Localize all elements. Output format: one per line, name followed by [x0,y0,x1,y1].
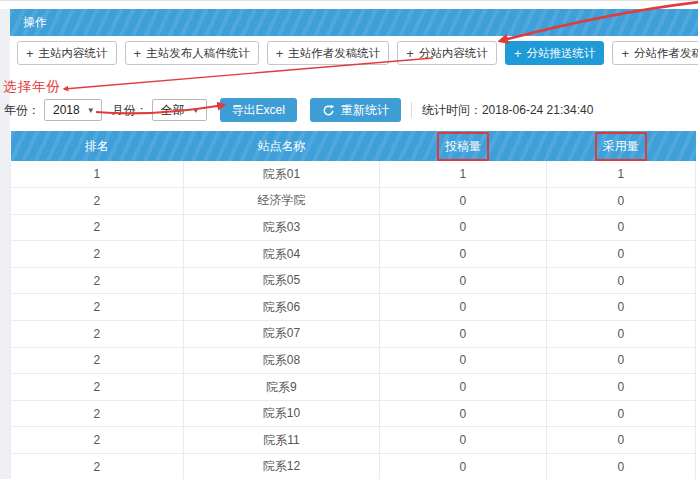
main-site-content-stats-button[interactable]: +主站内容统计 [17,41,117,65]
export-excel-label: 导出Excel [232,102,285,119]
table-body: 1院系01112经济学院002院系03002院系04002院系05002院系06… [11,161,696,479]
stats-button-bar: +主站内容统计+主站发布人稿件统计+主站作者发稿统计+分站内容统计+分站推送统计… [17,41,694,65]
cell-rank: 2 [11,454,184,479]
table-row: 2院系0800 [11,347,696,374]
table-row: 2经济学院00 [11,188,696,215]
month-select[interactable]: 全部 ▼ [152,99,207,121]
sub-site-push-stats-button[interactable]: +分站推送统计 [505,41,605,65]
chevron-down-icon: ▼ [87,106,95,115]
column-header-label: 排名 [85,139,109,153]
cell-rank: 2 [11,294,184,321]
cell-site-name: 院系12 [183,454,380,479]
filter-controls: 年份： 2018 ▼ 月份： 全部 ▼ 导出Excel 重新统计 统计 [4,98,593,122]
cell-rank: 2 [11,267,184,294]
cell-submissions: 0 [380,294,546,321]
cell-submissions: 0 [380,374,546,401]
main-site-publisher-stats-button[interactable]: +主站发布人稿件统计 [125,41,259,65]
cell-site-name: 经济学院 [183,188,380,215]
column-header-label: 投稿量 [437,132,489,161]
main-site-publisher-stats-label: 主站发布人稿件统计 [146,46,250,61]
cell-site-name: 院系05 [183,267,380,294]
cell-rank: 2 [11,321,184,348]
cell-adopted: 0 [546,321,695,348]
stat-time-value: 2018-06-24 21:34:40 [482,103,593,117]
cell-submissions: 0 [380,400,546,427]
cell-rank: 2 [11,214,184,241]
cell-submissions: 0 [380,241,546,268]
cell-site-name: 院系04 [183,241,380,268]
refresh-stats-button[interactable]: 重新统计 [310,98,401,122]
year-select-value: 2018 [53,103,80,117]
panel-header: 操作 [10,9,698,36]
main-site-content-stats-label: 主站内容统计 [39,46,108,61]
column-header-rank: 排名 [11,131,184,161]
main-site-author-stats-label: 主站作者发稿统计 [288,46,380,61]
year-label: 年份： [4,102,40,119]
table-header-row: 排名站点名称投稿量采用量 [11,131,696,161]
cell-rank: 2 [11,188,184,215]
table-row: 2院系900 [11,374,696,401]
table-row: 2院系0700 [11,321,696,348]
export-excel-button[interactable]: 导出Excel [220,98,297,122]
panel-title: 操作 [23,14,47,31]
cell-site-name: 院系07 [183,321,380,348]
plus-icon: + [406,47,414,60]
sub-site-content-stats-button[interactable]: +分站内容统计 [397,41,497,65]
refresh-icon [322,104,335,117]
cell-rank: 2 [11,400,184,427]
cell-submissions: 0 [380,454,546,479]
table-row: 2院系0600 [11,294,696,321]
cell-submissions: 0 [380,188,546,215]
plus-icon: + [514,47,522,60]
cell-adopted: 1 [546,161,695,188]
cell-site-name: 院系11 [183,427,380,454]
cell-submissions: 0 [380,267,546,294]
push-stats-page: 操作 +主站内容统计+主站发布人稿件统计+主站作者发稿统计+分站内容统计+分站推… [0,0,698,479]
plus-icon: + [134,47,142,60]
table-row: 2院系1200 [11,454,696,479]
sub-site-author-stats-label: 分站作者发稿统计 [634,46,698,61]
cell-rank: 2 [11,374,184,401]
cell-site-name: 院系03 [183,214,380,241]
cell-site-name: 院系01 [183,161,380,188]
cell-rank: 2 [11,241,184,268]
column-header-label: 站点名称 [257,139,305,153]
main-site-author-stats-button[interactable]: +主站作者发稿统计 [267,41,390,65]
sub-site-author-stats-button[interactable]: +分站作者发稿统计 [612,41,698,65]
cell-adopted: 0 [546,241,695,268]
cell-submissions: 0 [380,321,546,348]
plus-icon: + [621,47,629,60]
cell-site-name: 院系9 [183,374,380,401]
cell-site-name: 院系08 [183,347,380,374]
chevron-down-icon: ▼ [192,106,200,115]
stat-time-label: 统计时间： [422,103,482,117]
cell-rank: 1 [11,161,184,188]
table-row: 2院系0300 [11,214,696,241]
year-select[interactable]: 2018 ▼ [44,99,102,121]
cell-adopted: 0 [546,214,695,241]
divider [411,102,412,118]
column-header-adopted: 采用量 [546,131,695,161]
cell-submissions: 0 [380,427,546,454]
cell-adopted: 0 [546,294,695,321]
cell-adopted: 0 [546,267,695,294]
plus-icon: + [276,47,284,60]
sub-site-content-stats-label: 分站内容统计 [419,46,488,61]
column-header-submissions: 投稿量 [380,131,546,161]
refresh-stats-label: 重新统计 [341,102,389,119]
table-row: 2院系0400 [11,241,696,268]
cell-adopted: 0 [546,188,695,215]
table-row: 2院系0500 [11,267,696,294]
cell-adopted: 0 [546,454,695,479]
stat-time: 统计时间：2018-06-24 21:34:40 [422,102,593,119]
table-row: 2院系1100 [11,427,696,454]
table-row: 2院系1000 [11,400,696,427]
cell-adopted: 0 [546,374,695,401]
ranking-table: 排名站点名称投稿量采用量 1院系01112经济学院002院系03002院系040… [10,131,696,479]
cell-submissions: 0 [380,347,546,374]
column-header-label: 采用量 [595,132,647,161]
cell-rank: 2 [11,347,184,374]
cell-submissions: 0 [380,214,546,241]
month-select-value: 全部 [161,102,185,119]
cell-site-name: 院系10 [183,400,380,427]
